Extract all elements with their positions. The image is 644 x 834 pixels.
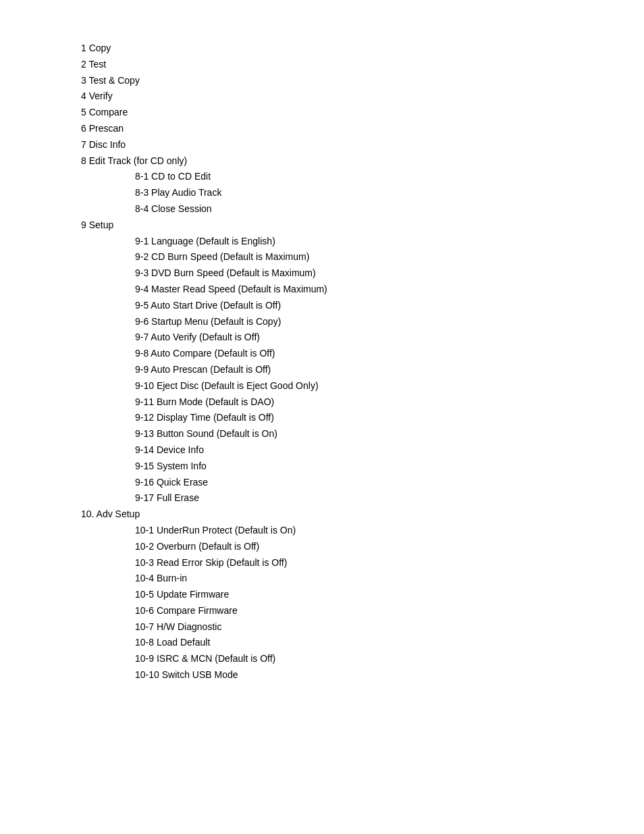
menu-item-item-8: 8 Edit Track (for CD only) bbox=[81, 153, 644, 170]
menu-item-item-8-4: 8-4 Close Session bbox=[81, 201, 644, 217]
menu-item-item-10-2: 10-2 Overburn (Default is Off) bbox=[81, 539, 644, 555]
menu-item-item-9-8: 9-8 Auto Compare (Default is Off) bbox=[81, 346, 644, 362]
menu-item-item-9-10: 9-10 Eject Disc (Default is Eject Good O… bbox=[81, 378, 644, 394]
menu-item-item-5: 5 Compare bbox=[81, 105, 644, 121]
menu-item-item-9-11: 9-11 Burn Mode (Default is DAO) bbox=[81, 394, 644, 411]
menu-item-item-6: 6 Prescan bbox=[81, 121, 644, 137]
menu-item-item-10-10: 10-10 Switch USB Mode bbox=[81, 667, 644, 683]
menu-item-item-9-14: 9-14 Device Info bbox=[81, 442, 644, 459]
menu-item-item-10-9: 10-9 ISRC & MCN (Default is Off) bbox=[81, 651, 644, 667]
menu-item-item-10-4: 10-4 Burn-in bbox=[81, 571, 644, 587]
menu-item-item-7: 7 Disc Info bbox=[81, 137, 644, 153]
menu-item-item-10-1: 10-1 UnderRun Protect (Default is On) bbox=[81, 523, 644, 539]
menu-item-item-9-17: 9-17 Full Erase bbox=[81, 490, 644, 506]
menu-item-item-9-2: 9-2 CD Burn Speed (Default is Maximum) bbox=[81, 249, 644, 265]
menu-item-item-9: 9 Setup bbox=[81, 217, 644, 234]
menu-item-item-4: 4 Verify bbox=[81, 88, 644, 105]
menu-item-item-9-6: 9-6 Startup Menu (Default is Copy) bbox=[81, 314, 644, 330]
menu-item-item-9-1: 9-1 Language (Default is English) bbox=[81, 234, 644, 250]
menu-item-item-10: 10. Adv Setup bbox=[81, 506, 644, 523]
menu-item-item-9-9: 9-9 Auto Prescan (Default is Off) bbox=[81, 362, 644, 378]
menu-list: 1 Copy2 Test3 Test & Copy4 Verify5 Compa… bbox=[81, 41, 644, 683]
menu-item-item-9-12: 9-12 Display Time (Default is Off) bbox=[81, 410, 644, 426]
menu-item-item-9-7: 9-7 Auto Verify (Default is Off) bbox=[81, 330, 644, 346]
menu-item-item-10-8: 10-8 Load Default bbox=[81, 635, 644, 651]
menu-item-item-9-3: 9-3 DVD Burn Speed (Default is Maximum) bbox=[81, 265, 644, 282]
menu-item-item-9-15: 9-15 System Info bbox=[81, 459, 644, 475]
menu-item-item-8-1: 8-1 CD to CD Edit bbox=[81, 169, 644, 185]
menu-item-item-9-5: 9-5 Auto Start Drive (Default is Off) bbox=[81, 298, 644, 314]
menu-item-item-3: 3 Test & Copy bbox=[81, 73, 644, 89]
menu-item-item-9-16: 9-16 Quick Erase bbox=[81, 475, 644, 491]
menu-item-item-2: 2 Test bbox=[81, 57, 644, 73]
menu-item-item-9-13: 9-13 Button Sound (Default is On) bbox=[81, 426, 644, 442]
menu-item-item-10-7: 10-7 H/W Diagnostic bbox=[81, 619, 644, 635]
menu-item-item-10-3: 10-3 Read Error Skip (Default is Off) bbox=[81, 555, 644, 571]
menu-item-item-10-5: 10-5 Update Firmware bbox=[81, 587, 644, 603]
menu-item-item-8-3: 8-3 Play Audio Track bbox=[81, 185, 644, 201]
menu-item-item-9-4: 9-4 Master Read Speed (Default is Maximu… bbox=[81, 282, 644, 298]
menu-item-item-10-6: 10-6 Compare Firmware bbox=[81, 603, 644, 619]
menu-item-item-1: 1 Copy bbox=[81, 41, 644, 57]
